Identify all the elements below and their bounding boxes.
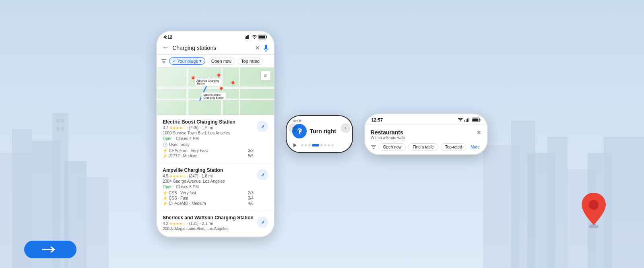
station-item-3[interactable]: Sherlock and Wattson Charging Station 4.… (157, 211, 274, 237)
station-1-address: 1000 Sunrise Town Blvd, Los Angeles (163, 131, 254, 135)
filter-top-rated-label: Top rated (241, 59, 260, 64)
svg-point-19 (589, 200, 599, 210)
svg-point-45 (460, 120, 461, 121)
map-pin-4: 📍 (229, 81, 236, 87)
charger-1a-type: CHAdemo · Very Fast (169, 148, 208, 153)
map-preview[interactable]: 📍 📍 📍 📍 📍 Ampville ChargingStation Elect… (157, 68, 274, 115)
sv-time: 12:57 (372, 118, 383, 122)
filter-top-rated[interactable]: Top rated (237, 58, 263, 65)
rest-panel-close-button[interactable]: ✕ (477, 129, 481, 136)
svg-rect-46 (464, 120, 465, 122)
charger-bolt-1: ⚡ (163, 148, 167, 153)
nav-bottom-panel: 102 ft Turn right ‹ › (287, 116, 352, 140)
phone-street-view: 12:57 (364, 113, 488, 155)
station-item-1[interactable]: Electric Boost Charging Station 3.7 ★★★★… (157, 115, 274, 163)
filter-your-plugs[interactable]: ✓ Your plugs ▾ (169, 57, 205, 65)
rest-panel-title: Restaurants (371, 129, 405, 136)
wifi-icon (252, 35, 257, 39)
svg-rect-26 (266, 36, 267, 38)
station-1-hours: Open · Closes 4 PM (163, 136, 254, 141)
charger-row-2b: ⚡ CSS · Fast 3/4 (163, 196, 254, 200)
nav-playback-bar (287, 140, 352, 152)
mic-icon[interactable] (263, 44, 269, 52)
station-1-nav-button[interactable] (257, 121, 268, 132)
filter-open-now[interactable]: Open now (208, 58, 235, 65)
station-3-name: Sherlock and Wattson Charging Station (163, 215, 254, 221)
navigate-icon (260, 124, 265, 129)
station-3-stars: ★★★★☆ (169, 222, 186, 226)
rest-chip-find-table-label: Find a table (413, 145, 433, 149)
nav-dot-3 (308, 144, 311, 146)
svg-rect-51 (479, 119, 480, 121)
map-layers-button[interactable]: ⊞ (261, 71, 270, 80)
station-2-hours: Open · Closes 8 PM (163, 185, 254, 189)
station-2-stars: ★★★★½ (169, 174, 186, 178)
status-bar-phone1: 4:12 (157, 31, 274, 41)
station-1-name: Electric Boost Charging Station (163, 119, 254, 125)
clock-icon: 🕐 (163, 142, 167, 147)
svg-rect-21 (246, 36, 247, 39)
search-bar[interactable]: ← Charging stations ✕ (157, 41, 274, 55)
search-back-button[interactable]: ← (162, 43, 169, 52)
station-item-2[interactable]: Ampville Charging Station 4.5 ★★★★½ · (2… (157, 163, 274, 211)
status-icons-phone1 (245, 35, 267, 39)
phone-charging-stations: 4:12 ← Charging stations ✕ ✓ Your (156, 31, 275, 237)
map-label-electric: Electric BoostCharging Station (201, 92, 226, 100)
rest-filter-icon[interactable] (371, 144, 376, 150)
time-phone1: 4:12 (163, 35, 172, 39)
rest-filter-row: Open now Find a table Top-rated More (371, 143, 481, 151)
station-2-name: Ampville Charging Station (163, 167, 254, 173)
rest-chip-top-rated[interactable]: Top-rated (441, 143, 466, 151)
svg-rect-52 (472, 118, 478, 121)
charger-row-2a: ⚡ CSS · Very fast 2/3 (163, 191, 254, 195)
charger-bolt-2: ⚡ (163, 154, 167, 158)
play-icon[interactable] (292, 142, 298, 148)
station-2-reviews: · (247) · (187, 174, 200, 178)
charger-row-1b: ⚡ J1772 · Medium 5/5 (163, 154, 254, 158)
charger-row-2c: ⚡ CHAdeMO · Medium 4/6 (163, 201, 254, 206)
clear-icon[interactable]: ✕ (255, 45, 260, 51)
station-1-reviews: · (245) · (187, 126, 200, 130)
station-3-rating-row: 4.2 ★★★★☆ · (131) · 2.1 mi (163, 221, 254, 226)
station-2-rating: 4.5 (163, 174, 168, 178)
nav-dot-1 (301, 144, 303, 146)
station-2-distance: 1.8 mi (202, 174, 213, 178)
rest-chip-more[interactable]: More (469, 144, 481, 150)
station-1-distance: 1.6 mi (202, 126, 213, 130)
svg-marker-44 (293, 143, 297, 147)
stations-list: Electric Boost Charging Station 3.7 ★★★★… (157, 115, 274, 237)
nav-dot-7 (328, 144, 330, 146)
blue-arrow-button[interactable] (24, 241, 76, 258)
charger-1b-type: J1772 · Medium (169, 154, 197, 158)
rest-chip-top-rated-label: Top-rated (445, 145, 462, 149)
used-today-label: Used today (169, 142, 190, 147)
navigate-icon-3 (260, 219, 265, 225)
filter-open-now-label: Open now (211, 59, 231, 64)
nav-dot-8 (331, 144, 334, 146)
station-3-distance: 2.1 mi (202, 221, 213, 226)
sv-signal-icon (464, 118, 470, 122)
svg-rect-49 (468, 118, 469, 122)
sv-wifi-icon (458, 118, 463, 122)
rest-chip-find-table[interactable]: Find a table (408, 143, 438, 151)
search-query: Charging stations (172, 45, 252, 51)
nav-prev-button[interactable]: ‹ (288, 123, 298, 133)
used-today-row: 🕐 Used today (163, 142, 254, 147)
charger-1a-avail: 3/3 (248, 148, 254, 153)
map-label-ampville: Ampville ChargingStation (194, 78, 221, 86)
nav-dot-2 (305, 144, 307, 146)
charger-row-1a: ⚡ CHAdemo · Very Fast 3/3 (163, 148, 254, 153)
battery-icon (258, 35, 267, 39)
filter-icon[interactable] (161, 58, 167, 64)
rest-panel-header: Restaurants Within a 5 min walk ✕ (371, 129, 481, 140)
phones-container: 4:12 ← Charging stations ✕ ✓ Your (0, 0, 644, 268)
station-2-address: 2304 George Avenue, Los Angeles (163, 179, 254, 183)
nav-next-button[interactable]: › (341, 123, 351, 133)
rest-chip-open-now[interactable]: Open now (379, 143, 406, 151)
nav-dot-5 (320, 144, 323, 146)
station-3-nav-button[interactable] (257, 216, 268, 228)
station-3-address: 200 N Magic Lane Blvd, Los Angeles (163, 227, 254, 231)
svg-point-24 (254, 38, 255, 39)
station-2-rating-row: 4.5 ★★★★½ · (247) · 1.8 mi (163, 174, 254, 178)
station-2-nav-button[interactable] (257, 169, 268, 180)
